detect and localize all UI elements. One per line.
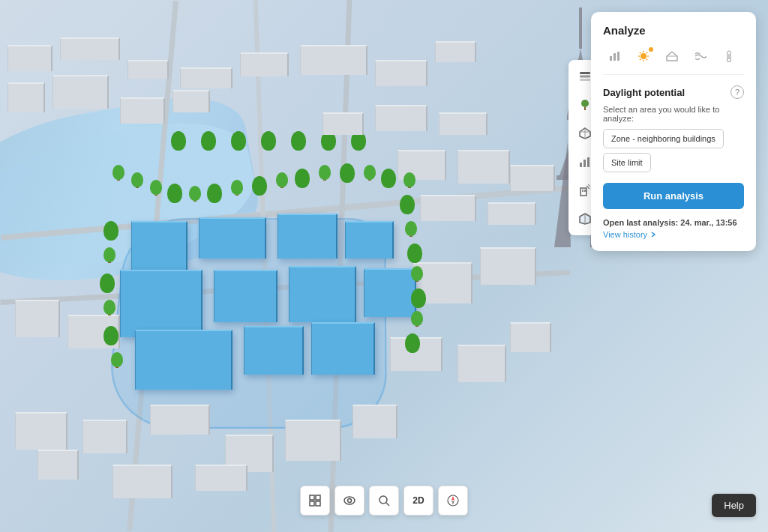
tab-wind[interactable] [688,46,712,67]
building-gray [458,150,510,184]
tree [404,172,416,190]
site-limit-btn[interactable]: Site limit [603,153,651,172]
building-gray [375,105,428,131]
building-gray [128,60,169,79]
search-btn[interactable] [369,486,399,516]
blue-building [278,214,338,259]
tree [254,176,266,194]
tree [409,244,421,262]
svg-line-27 [646,59,647,60]
tree [101,273,113,291]
blue-building [199,217,266,259]
tree [232,131,244,149]
building-gray [15,300,60,337]
building-gray [8,45,52,71]
tree [104,247,116,265]
svg-rect-13 [584,190,586,192]
svg-marker-45 [452,501,454,505]
svg-rect-9 [584,160,586,167]
svg-point-3 [581,100,589,107]
blue-building [289,266,356,322]
tree [189,186,201,204]
tree [111,352,123,370]
svg-rect-34 [728,54,730,59]
svg-point-21 [640,53,646,59]
run-analysis-button[interactable]: Run analysis [603,183,744,209]
tree [405,221,417,239]
svg-rect-38 [316,501,320,506]
building-gray [38,450,79,480]
building-gray [458,345,506,382]
tree [150,180,162,198]
svg-point-39 [344,497,355,504]
building-gray [112,465,172,498]
building-gray [52,75,109,109]
tab-bar-chart[interactable] [603,46,627,67]
tree [412,288,424,306]
svg-rect-4 [584,107,586,110]
tree [131,172,143,190]
tree [341,163,353,181]
right-panel: Analyze [591,12,756,251]
building-gray [240,52,289,76]
tree [364,165,376,183]
daylight-title: Daylight potential [603,87,685,98]
building-gray [322,112,364,135]
view-history-link[interactable]: View history [603,230,737,239]
tree [292,131,304,149]
building-gray [150,405,210,435]
tree [202,131,214,149]
building-gray [300,45,368,75]
tree [382,169,394,187]
tree [401,195,413,213]
tree [296,169,308,187]
svg-rect-12 [582,190,584,192]
last-analysis-row: Open last analysis: 24. mar., 13:56 View… [603,218,744,239]
tree [406,333,418,351]
tree [172,131,184,149]
building-gray [8,82,45,112]
tab-temperature[interactable] [717,46,741,67]
help-icon[interactable]: ? [730,85,744,99]
building-gray [352,405,398,438]
svg-rect-20 [617,52,620,61]
2d-label: 2D [412,495,424,506]
blue-building [364,268,416,317]
svg-rect-19 [614,53,616,61]
tree [262,131,274,149]
building-gray [480,247,536,285]
eye-btn[interactable] [334,486,364,516]
svg-line-15 [588,184,590,187]
building-gray [82,420,128,453]
building-gray [375,60,428,86]
blue-building [345,221,394,259]
building-gray [60,37,120,60]
tree [411,311,423,329]
section-title-row: Daylight potential ? [603,85,744,99]
tab-roof[interactable] [660,46,684,67]
tab-daylight[interactable] [632,46,656,67]
2d-btn[interactable]: 2D [404,486,434,516]
building-gray [180,67,232,88]
compass-btn[interactable] [438,486,468,516]
select-area-label: Select an area you would like to analyze… [603,105,744,123]
svg-line-42 [386,503,389,506]
zone-neighboring-btn[interactable]: Zone - neighboring buildings [603,129,724,148]
svg-line-28 [646,52,647,53]
building-gray [435,41,476,62]
tree [104,300,116,318]
svg-marker-44 [452,496,454,501]
building-gray [120,97,165,124]
building-gray [195,465,248,491]
blue-building [311,322,375,375]
help-button[interactable]: Help [712,494,756,517]
tree [411,266,423,284]
bottom-toolbar: 2D [300,486,468,516]
svg-point-41 [380,496,387,504]
grid-btn[interactable] [300,486,330,516]
panel-title: Analyze [603,24,744,37]
svg-rect-0 [580,72,590,74]
blue-building-large [120,270,202,337]
building-gray [285,420,341,461]
blue-building [214,270,278,322]
